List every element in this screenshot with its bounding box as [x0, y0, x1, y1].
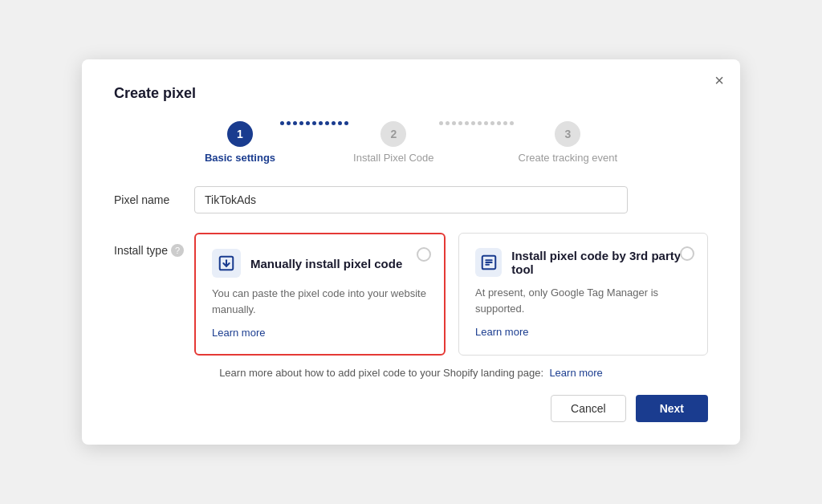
step-3-label: Create tracking event: [519, 152, 618, 164]
modal-title: Create pixel: [114, 85, 708, 102]
pixel-name-input[interactable]: [194, 186, 628, 213]
tag-manager-icon: [475, 248, 502, 277]
card-third-party-desc: At present, only Google Tag Manager is s…: [475, 285, 691, 316]
install-type-row: Install type ? Manu: [114, 233, 708, 356]
card-manual-desc: You can paste the pixel code into your w…: [212, 286, 428, 317]
dot: [325, 121, 329, 125]
dot: [471, 121, 475, 125]
dot: [484, 121, 488, 125]
card-radio-third-party[interactable]: [680, 246, 694, 261]
dot: [344, 121, 348, 125]
card-manual-title: Manually install pixel code: [250, 257, 402, 270]
dot: [465, 121, 469, 125]
close-button[interactable]: ×: [714, 72, 724, 88]
install-label-text: Install type: [114, 244, 168, 257]
card-third-party-title: Install pixel code by 3rd party tool: [511, 249, 691, 276]
bottom-note-link[interactable]: Learn more: [549, 367, 602, 379]
dot: [497, 121, 501, 125]
step-1: 1 Basic settings: [205, 121, 275, 164]
dot: [338, 121, 342, 125]
card-manual-header: Manually install pixel code: [212, 249, 428, 278]
stepper: 1 Basic settings 2: [114, 121, 708, 164]
install-type-label: Install type ?: [114, 233, 194, 257]
step-2-circle: 2: [380, 121, 406, 147]
step-1-label: Basic settings: [205, 152, 275, 164]
dot: [490, 121, 494, 125]
dot: [312, 121, 316, 125]
step-2-label: Install Pixel Code: [353, 152, 433, 164]
modal-footer: Cancel Next: [114, 395, 708, 422]
dot: [280, 121, 284, 125]
bottom-note-text: Learn more about how to add pixel code t…: [219, 367, 543, 379]
stepper-dots-1: [280, 121, 348, 138]
install-card-manual[interactable]: Manually install pixel code You can past…: [194, 233, 446, 356]
dot: [299, 121, 303, 125]
dot: [478, 121, 482, 125]
card-third-party-learn-more[interactable]: Learn more: [475, 326, 528, 338]
dot: [306, 121, 310, 125]
dot: [510, 121, 514, 125]
card-manual-learn-more[interactable]: Learn more: [212, 327, 265, 339]
card-radio-manual[interactable]: [417, 247, 431, 262]
dot: [446, 121, 450, 125]
download-icon: [212, 249, 241, 278]
dot: [293, 121, 297, 125]
step-3-circle: 3: [555, 121, 580, 147]
step-2: 2 Install Pixel Code: [353, 121, 433, 164]
modal-backdrop: Create pixel × 1 Basic settings: [0, 0, 822, 504]
modal-container: Create pixel × 1 Basic settings: [82, 59, 740, 445]
install-card-third-party[interactable]: Install pixel code by 3rd party tool At …: [458, 233, 708, 356]
step-1-circle: 1: [227, 121, 253, 147]
help-icon[interactable]: ?: [171, 244, 184, 257]
dot: [503, 121, 507, 125]
dot: [319, 121, 323, 125]
stepper-dots-2: [439, 121, 514, 138]
step-3: 3 Create tracking event: [519, 121, 618, 164]
card-third-party-header: Install pixel code by 3rd party tool: [475, 248, 691, 277]
cancel-button[interactable]: Cancel: [551, 395, 626, 422]
pixel-name-label: Pixel name: [114, 193, 194, 206]
dot: [452, 121, 456, 125]
dot: [458, 121, 462, 125]
pixel-name-row: Pixel name: [114, 186, 708, 213]
install-options: Manually install pixel code You can past…: [194, 233, 708, 356]
bottom-note: Learn more about how to add pixel code t…: [114, 367, 708, 379]
dot: [332, 121, 336, 125]
dot: [287, 121, 291, 125]
dot: [439, 121, 443, 125]
next-button[interactable]: Next: [636, 395, 708, 422]
